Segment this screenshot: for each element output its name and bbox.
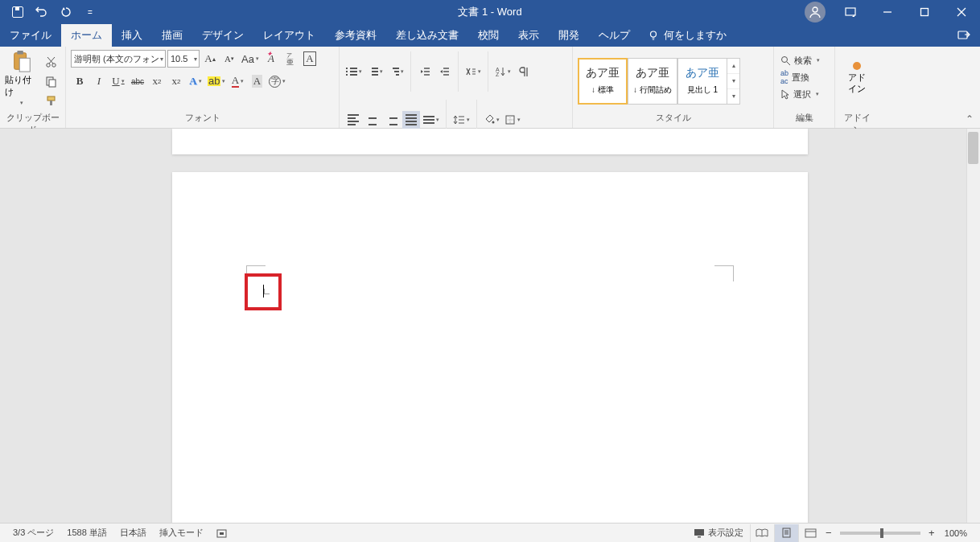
close-button[interactable] [943,0,980,24]
tab-layout[interactable]: レイアウト [253,24,325,47]
ribbon-display-options-button[interactable] [832,0,869,24]
strikethrough-button[interactable]: abc [129,72,146,90]
tell-me-label: 何をしますか [664,28,727,43]
save-button[interactable] [6,2,29,23]
multilevel-list-button[interactable] [386,63,406,80]
align-center-button[interactable] [364,111,381,129]
tell-me-search[interactable]: 何をしますか [640,24,735,47]
style-scroll-down[interactable]: ▾ [727,74,739,89]
font-color-button[interactable]: A [229,72,246,90]
align-left-button[interactable] [344,111,362,129]
tab-view[interactable]: 表示 [509,24,549,47]
borders-button[interactable] [503,111,522,129]
word-count-status[interactable]: 1588 単語 [60,524,113,542]
font-name-combo[interactable]: 游明朝 (本文のフォン▾ [71,50,166,68]
web-layout-button[interactable] [798,524,822,542]
document-area[interactable] [0,129,980,523]
zoom-level-button[interactable]: 100% [938,528,974,538]
svg-point-0 [813,7,817,12]
show-marks-button[interactable] [514,63,532,80]
character-border-button[interactable]: A [301,50,319,68]
tab-review[interactable]: 校閲 [468,24,509,47]
superscript-button[interactable]: x2 [167,72,185,90]
shading-button[interactable] [482,111,501,129]
vertical-scrollbar[interactable] [966,129,980,523]
scrollbar-thumb[interactable] [968,132,978,164]
zoom-in-button[interactable]: + [925,527,938,539]
tab-mailings[interactable]: 差し込み文書 [386,24,468,47]
align-right-button[interactable] [383,111,401,129]
line-spacing-button[interactable] [451,111,471,129]
qat-customize-button[interactable]: = [79,2,101,23]
tab-home[interactable]: ホーム [61,24,112,47]
read-mode-button[interactable] [750,524,774,542]
page-number-status[interactable]: 3/3 ページ [6,524,60,542]
tab-draw[interactable]: 描画 [152,24,192,47]
underline-button[interactable]: U [109,72,127,90]
minimize-button[interactable] [869,0,906,24]
select-button[interactable]: 選択▾ [779,87,821,101]
italic-button[interactable]: I [90,72,108,90]
change-case-button[interactable]: Aa [240,50,261,68]
style-scroll-up[interactable]: ▴ [727,59,739,74]
redo-button[interactable] [55,2,77,23]
zoom-slider-thumb[interactable] [880,528,883,538]
enclose-characters-button[interactable]: 字 [267,72,287,90]
zoom-slider[interactable] [840,532,920,535]
account-avatar[interactable] [805,2,826,23]
character-shading-button[interactable]: A [248,72,266,90]
increase-indent-button[interactable] [435,63,453,80]
tab-developer[interactable]: 開発 [549,24,589,47]
asian-layout-button[interactable] [463,63,483,80]
chevron-down-icon[interactable]: ▾ [160,55,163,63]
copy-button[interactable] [42,72,60,90]
style-heading1[interactable]: あア亜見出し 1 [677,58,727,105]
decrease-indent-button[interactable] [416,63,434,80]
cut-button[interactable] [42,53,60,71]
zoom-out-button[interactable]: − [822,527,835,539]
print-layout-button[interactable] [774,524,798,542]
style-no-spacing[interactable]: あア亜↓ 行間詰め [628,58,677,105]
text-effects-button[interactable]: A [187,72,204,90]
phonetic-guide-button[interactable]: ア亜 [282,50,299,68]
paste-button[interactable]: 貼り付け ▾ [5,50,39,106]
clear-formatting-button[interactable]: A✦ [262,50,280,68]
page-container [172,129,808,523]
grow-font-button[interactable]: A▴ [201,50,219,68]
undo-button[interactable] [31,2,53,23]
font-size-combo[interactable]: 10.5▾ [167,50,200,68]
sort-button[interactable]: AZ [493,63,513,80]
distribute-button[interactable] [422,111,441,129]
addins-button[interactable]: アド イン [841,50,873,106]
align-justify-button[interactable] [402,111,420,129]
distribute-icon [423,116,434,124]
share-button[interactable] [948,24,980,47]
shrink-font-button[interactable]: A▾ [220,50,238,68]
current-page[interactable] [172,172,808,523]
previous-page-bottom[interactable] [172,129,808,154]
collapse-ribbon-button[interactable]: ⌃ [966,113,974,125]
language-status[interactable]: 日本語 [113,524,153,542]
replace-button[interactable]: abac置換 [779,70,811,84]
maximize-button[interactable] [906,0,943,24]
tab-file[interactable]: ファイル [0,24,61,47]
display-settings-button[interactable]: 表示設定 [687,527,750,539]
insert-mode-status[interactable]: 挿入モード [153,524,210,542]
tab-references[interactable]: 参考資料 [325,24,386,47]
align-justify-icon [406,114,417,125]
tab-design[interactable]: デザイン [192,24,253,47]
bullets-button[interactable] [344,63,364,80]
tab-insert[interactable]: 挿入 [112,24,152,47]
tab-help[interactable]: ヘルプ [589,24,640,47]
subscript-button[interactable]: x2 [148,72,166,90]
highlight-button[interactable]: ab [206,72,227,90]
format-painter-button[interactable] [42,92,60,109]
chevron-down-icon[interactable]: ▾ [194,55,197,63]
margin-mark-top-right [714,265,734,281]
bold-button[interactable]: B [71,72,89,90]
numbering-button[interactable] [365,63,385,80]
macro-status[interactable] [210,524,233,542]
style-gallery-expand[interactable]: ▾ [727,89,739,104]
style-normal[interactable]: あア亜↓ 標準 [578,58,628,105]
find-button[interactable]: 検索▾ [779,53,821,68]
